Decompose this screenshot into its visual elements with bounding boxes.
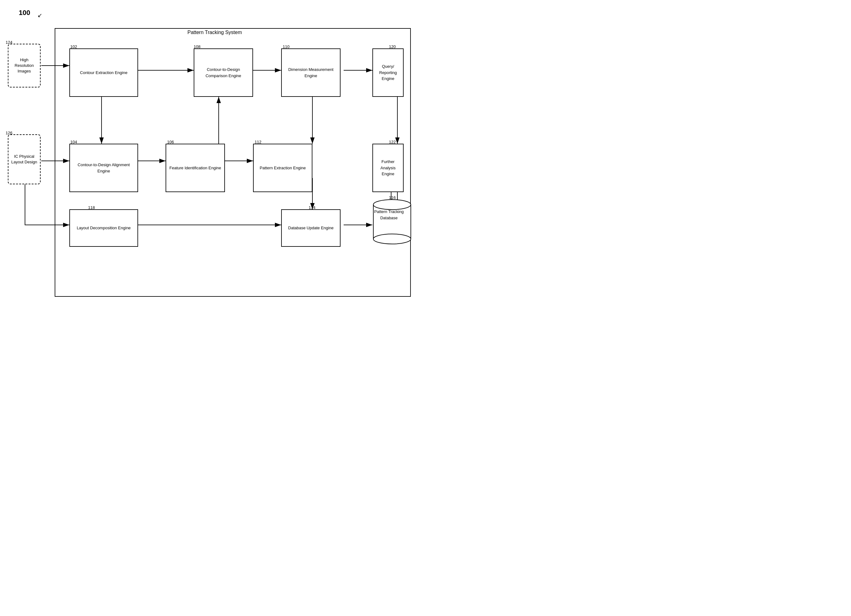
layout-decomposition-engine: Layout Decomposition Engine <box>69 209 138 247</box>
ref-116: 116 <box>389 195 396 200</box>
contour-design-comparison-engine: Contour-to-Design Comparison Engine <box>194 48 253 97</box>
svg-point-20 <box>373 200 411 210</box>
ref-120: 120 <box>389 44 396 49</box>
ref-126: 126 <box>6 131 12 135</box>
feature-identification-engine: Feature Identification Engine <box>165 144 225 192</box>
ref-108: 108 <box>194 44 201 49</box>
query-reporting-engine: Query/ Reporting Engine <box>372 48 404 97</box>
contour-design-alignment-engine: Contour-to-Design Alignment Engine <box>69 144 138 192</box>
ref-102: 102 <box>70 44 77 49</box>
database-update-engine: Database Update Engine <box>281 209 341 247</box>
ref-124: 124 <box>6 40 12 45</box>
ref-112: 112 <box>255 140 262 144</box>
ref-110: 110 <box>283 44 290 49</box>
pattern-extraction-engine: Pattern Extraction Engine <box>253 144 313 192</box>
pattern-tracking-database <box>367 197 417 248</box>
svg-point-19 <box>373 234 411 244</box>
ref-122: 122 <box>389 140 396 144</box>
ref-106: 106 <box>167 140 174 144</box>
db-label: Pattern Tracking Database <box>367 209 411 221</box>
diagram-container: 100 ↙ Pattern Tracking System High Resol… <box>0 0 426 308</box>
further-analysis-engine: Further Analysis Engine <box>372 144 404 192</box>
figure-number: 100 <box>19 9 30 17</box>
ref-114: 114 <box>309 205 316 210</box>
outer-box-label: Pattern Tracking System <box>188 30 242 35</box>
ref-118: 118 <box>88 205 95 210</box>
figure-arrow: ↙ <box>38 12 42 19</box>
ref-104: 104 <box>70 140 77 144</box>
dimension-measurement-engine: Dimension Measurement Engine <box>281 48 341 97</box>
ic-layout-box: IC Physical Layout Design <box>8 134 41 184</box>
contour-extraction-engine: Contour Extraction Engine <box>69 48 138 97</box>
high-res-images-box: High Resolution Images <box>8 44 41 87</box>
